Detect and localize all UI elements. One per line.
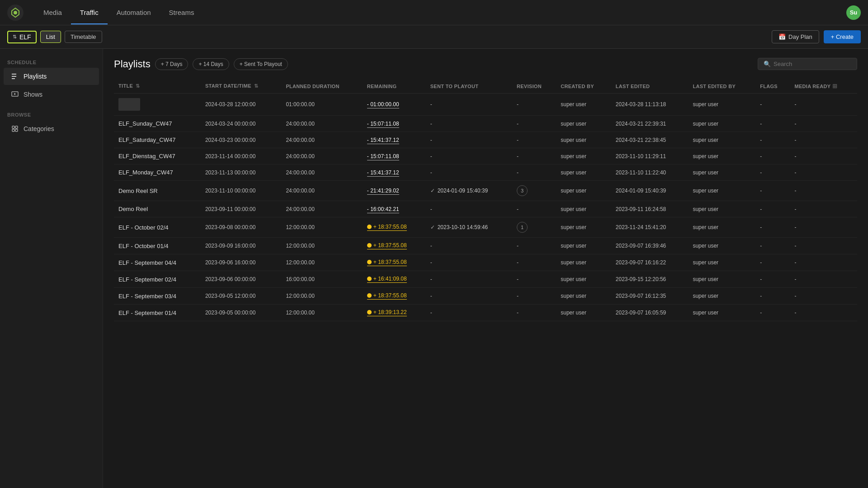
cell-media-ready: - bbox=[790, 116, 857, 132]
cell-sent-playout: - bbox=[426, 254, 512, 271]
table-row[interactable]: ELF - September 04/4 2023-09-06 16:00:00… bbox=[114, 254, 857, 271]
filter-sent-playout-button[interactable]: + Sent To Playout bbox=[234, 58, 288, 70]
cell-title[interactable] bbox=[114, 94, 201, 116]
checkmark-icon: ✓ bbox=[430, 224, 435, 230]
cell-start-date: 2023-09-05 00:00:00 bbox=[201, 305, 281, 321]
list-view-button[interactable]: List bbox=[40, 31, 61, 43]
sent-playout-value: - bbox=[430, 243, 432, 249]
cell-last-edited-by: super user bbox=[688, 201, 755, 217]
cell-remaining: + 18:37:55.08 bbox=[363, 254, 426, 271]
cell-planned-duration: 24:00:00.00 bbox=[281, 116, 362, 132]
user-avatar[interactable]: Su bbox=[846, 5, 861, 20]
table-row[interactable]: ELF - October 02/4 2023-09-08 00:00:00 1… bbox=[114, 217, 857, 238]
cell-planned-duration: 12:00:00.00 bbox=[281, 254, 362, 271]
nav-item-automation[interactable]: Automation bbox=[108, 0, 160, 24]
table-row[interactable]: ELF - October 01/4 2023-09-09 16:00:00 1… bbox=[114, 238, 857, 254]
sidebar-item-playlists[interactable]: Playlists bbox=[4, 68, 99, 85]
sidebar-item-categories[interactable]: Categories bbox=[4, 120, 99, 137]
table-row[interactable]: ELF_Saturday_CW47 2024-03-23 00:00:00 24… bbox=[114, 132, 857, 148]
nav-item-traffic[interactable]: Traffic bbox=[71, 0, 108, 24]
cell-start-date: 2023-09-06 16:00:00 bbox=[201, 254, 281, 271]
cell-title[interactable]: ELF - September 01/4 bbox=[114, 305, 201, 321]
filter-7days-button[interactable]: + 7 Days bbox=[155, 58, 189, 70]
elf-selector[interactable]: ⇅ ELF bbox=[7, 31, 37, 43]
warning-icon bbox=[367, 260, 372, 264]
cell-title[interactable]: ELF_Dienstag_CW47 bbox=[114, 148, 201, 164]
cell-title[interactable]: Demo Reel SR bbox=[114, 181, 201, 201]
cell-last-edited-by: super user bbox=[688, 305, 755, 321]
cell-title[interactable]: ELF - September 02/4 bbox=[114, 271, 201, 288]
warning-icon bbox=[367, 277, 372, 281]
cell-title[interactable]: ELF_Saturday_CW47 bbox=[114, 132, 201, 148]
cell-title[interactable]: ELF - September 04/4 bbox=[114, 254, 201, 271]
nav-item-streams[interactable]: Streams bbox=[160, 0, 203, 24]
row-title: ELF - September 01/4 bbox=[118, 310, 176, 316]
remaining-value: + 18:37:55.08 bbox=[367, 224, 407, 231]
revision-value: - bbox=[517, 169, 519, 176]
cell-media-ready: - bbox=[790, 201, 857, 217]
cell-planned-duration: 12:00:00.00 bbox=[281, 305, 362, 321]
cell-title[interactable]: ELF - October 02/4 bbox=[114, 217, 201, 238]
table-row[interactable]: Demo Reel SR 2023-11-10 00:00:00 24:00:0… bbox=[114, 181, 857, 201]
elf-label: ELF bbox=[19, 33, 31, 41]
cell-title[interactable]: Demo Reel bbox=[114, 201, 201, 217]
browse-section-label: BROWSE bbox=[0, 108, 103, 119]
col-sent-to-playout: SENT TO PLAYOUT bbox=[426, 79, 512, 94]
table-row[interactable]: ELF_Dienstag_CW47 2023-11-14 00:00:00 24… bbox=[114, 148, 857, 164]
remaining-value: - 15:07:11.08 bbox=[367, 121, 399, 128]
cell-media-ready: - bbox=[790, 148, 857, 164]
cell-remaining: + 18:37:55.08 bbox=[363, 238, 426, 254]
cell-flags: - bbox=[755, 164, 790, 181]
table-row[interactable]: Demo Reel 2023-09-11 00:00:00 24:00:00.0… bbox=[114, 201, 857, 217]
timetable-view-button[interactable]: Timetable bbox=[65, 31, 102, 43]
cell-sent-playout: - bbox=[426, 288, 512, 305]
cell-remaining: - 16:00:42.21 bbox=[363, 201, 426, 217]
table-row[interactable]: 2024-03-28 12:00:00 01:00:00.00 - 01:00:… bbox=[114, 94, 857, 116]
cell-title[interactable]: ELF - September 03/4 bbox=[114, 288, 201, 305]
cell-created-by: super user bbox=[556, 116, 611, 132]
col-created-by: CREATED BY bbox=[556, 79, 611, 94]
cell-last-edited: 2023-11-24 15:41:20 bbox=[611, 217, 689, 238]
table-row[interactable]: ELF - September 01/4 2023-09-05 00:00:00… bbox=[114, 305, 857, 321]
cell-revision: - bbox=[512, 254, 556, 271]
cell-sent-playout: - bbox=[426, 148, 512, 164]
row-title: ELF_Saturday_CW47 bbox=[118, 136, 175, 143]
nav-item-media[interactable]: Media bbox=[34, 0, 71, 24]
table-row[interactable]: ELF - September 02/4 2023-09-06 00:00:00… bbox=[114, 271, 857, 288]
revision-badge: 3 bbox=[517, 185, 528, 196]
cell-last-edited-by: super user bbox=[688, 94, 755, 116]
filter-14days-button[interactable]: + 14 Days bbox=[193, 58, 229, 70]
warning-icon bbox=[367, 293, 372, 298]
day-plan-button[interactable]: 📅 Day Plan bbox=[772, 30, 819, 43]
cell-last-edited-by: super user bbox=[688, 288, 755, 305]
cell-title[interactable]: ELF_Sunday_CW47 bbox=[114, 116, 201, 132]
cell-last-edited-by: super user bbox=[688, 217, 755, 238]
table-row[interactable]: ELF_Sunday_CW47 2024-03-24 00:00:00 24:0… bbox=[114, 116, 857, 132]
cell-title[interactable]: ELF - October 01/4 bbox=[114, 238, 201, 254]
cell-start-date: 2023-09-05 12:00:00 bbox=[201, 288, 281, 305]
cell-media-ready: - bbox=[790, 288, 857, 305]
elf-arrows-icon: ⇅ bbox=[13, 34, 17, 40]
table-row[interactable]: ELF - September 03/4 2023-09-05 12:00:00… bbox=[114, 288, 857, 305]
revision-value: - bbox=[517, 276, 519, 282]
app-logo[interactable] bbox=[7, 5, 24, 21]
cell-remaining: - 21:41:29.02 bbox=[363, 181, 426, 201]
create-button[interactable]: + Create bbox=[824, 30, 861, 43]
cell-flags: - bbox=[755, 271, 790, 288]
cell-media-ready: - bbox=[790, 94, 857, 116]
cell-title[interactable]: ELF_Monday_CW47 bbox=[114, 164, 201, 181]
cell-revision: - bbox=[512, 271, 556, 288]
table-row[interactable]: ELF_Monday_CW47 2023-11-13 00:00:00 24:0… bbox=[114, 164, 857, 181]
cell-created-by: super user bbox=[556, 181, 611, 201]
col-revision: REVISION bbox=[512, 79, 556, 94]
col-title[interactable]: TITLE ⇅ bbox=[114, 79, 201, 94]
cell-media-ready: - bbox=[790, 132, 857, 148]
col-start-date[interactable]: START DATE/TIME ⇅ bbox=[201, 79, 281, 94]
sent-playout-value: - bbox=[430, 121, 432, 127]
cell-last-edited-by: super user bbox=[688, 148, 755, 164]
sidebar-item-shows[interactable]: Shows bbox=[4, 86, 99, 103]
search-box[interactable]: 🔍 bbox=[758, 58, 857, 70]
remaining-value: - 15:41:37.12 bbox=[367, 137, 399, 144]
search-input[interactable] bbox=[774, 61, 851, 67]
cell-remaining: - 15:07:11.08 bbox=[363, 116, 426, 132]
